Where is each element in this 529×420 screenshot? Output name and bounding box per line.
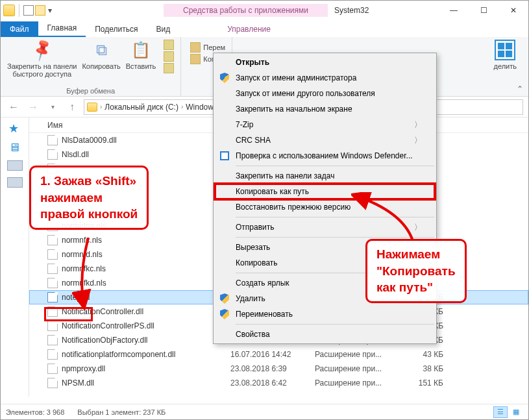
context-menu-item[interactable]: Свойства bbox=[215, 327, 435, 342]
context-menu-item[interactable]: Вырезать bbox=[215, 240, 435, 255]
context-menu-label: Удалить bbox=[236, 294, 265, 303]
window-title: System32 bbox=[334, 6, 369, 15]
paste-button[interactable]: 📋 Вставить bbox=[126, 40, 156, 78]
thispc-icon[interactable]: 🖥 bbox=[8, 141, 21, 154]
folder-icon bbox=[3, 5, 15, 16]
context-menu-item[interactable]: Запуск от имени другого пользователя bbox=[215, 86, 435, 101]
file-row[interactable]: npmproxy.dll23.08.2018 6:39Расширение пр… bbox=[29, 362, 528, 376]
move-to-button[interactable]: Перем bbox=[190, 42, 225, 53]
select-button[interactable]: делить bbox=[493, 40, 517, 70]
file-name: Nlsdl.dll bbox=[62, 150, 230, 159]
drive-icon[interactable] bbox=[7, 160, 23, 171]
file-type: Расширение при... bbox=[315, 364, 398, 373]
file-size: 38 КБ bbox=[398, 364, 443, 373]
context-menu-item[interactable]: 7-Zip〉 bbox=[215, 117, 435, 132]
file-name: NlsData0009.dll bbox=[62, 136, 230, 145]
forward-button[interactable]: → bbox=[25, 99, 41, 115]
file-size: 151 КБ bbox=[398, 378, 443, 388]
context-menu-separator bbox=[236, 324, 434, 325]
copy-button[interactable]: ⧉ Копировать bbox=[82, 40, 120, 78]
context-menu-item[interactable]: Закрепить на панели задач bbox=[215, 168, 435, 184]
details-view-button[interactable]: ☰ bbox=[493, 406, 508, 418]
file-date: 16.07.2016 14:42 bbox=[230, 350, 315, 359]
copypath-icon bbox=[164, 51, 174, 62]
context-menu-item[interactable]: Запуск от имени администратора bbox=[215, 70, 435, 86]
quickaccess-icon[interactable]: ★ bbox=[8, 121, 21, 134]
qat-newfolder-icon[interactable] bbox=[35, 5, 45, 16]
context-menu-item[interactable]: Копировать bbox=[215, 255, 435, 271]
context-menu-item[interactable]: Закрепить на начальном экране bbox=[215, 101, 435, 117]
pin-icon: 📌 bbox=[28, 36, 56, 64]
context-menu-item[interactable]: Переименовать bbox=[215, 306, 435, 322]
tab-view[interactable]: Вид bbox=[147, 21, 179, 37]
back-button[interactable]: ← bbox=[6, 99, 21, 115]
select-label: делить bbox=[493, 62, 517, 70]
context-menu-label: Свойства bbox=[236, 330, 270, 339]
breadcrumb-drive-icon bbox=[87, 103, 97, 112]
paste-label: Вставить bbox=[126, 62, 156, 70]
window-controls: — ☐ ✕ bbox=[439, 1, 528, 20]
tab-home[interactable]: Главная bbox=[38, 20, 86, 37]
context-menu-item[interactable]: Удалить bbox=[215, 291, 435, 306]
clipboard-extras bbox=[164, 40, 174, 78]
context-menu-label: Запуск от имени администратора bbox=[236, 73, 356, 82]
file-name: NotificationControllerPS.dll bbox=[62, 321, 230, 330]
file-name: notepad bbox=[62, 293, 230, 302]
breadcrumb-drive[interactable]: Локальный диск (C:) bbox=[105, 103, 178, 112]
file-row[interactable]: notificationplatformcomponent.dll16.07.2… bbox=[29, 347, 528, 362]
tab-share[interactable]: Поделиться bbox=[86, 21, 147, 37]
chevron-right-icon: 〉 bbox=[414, 222, 422, 233]
file-name: NotificationObjFactory.dll bbox=[62, 336, 230, 345]
icons-view-button[interactable]: ▦ bbox=[509, 406, 523, 418]
file-date: 23.08.2018 6:42 bbox=[230, 378, 315, 388]
cut-button[interactable] bbox=[164, 40, 174, 50]
qat-customize-icon[interactable]: ▾ bbox=[47, 6, 53, 15]
tab-manage[interactable]: Управление bbox=[218, 21, 280, 37]
file-name: normnfc.nls bbox=[62, 236, 230, 245]
file-name: NotificationController.dll bbox=[62, 307, 230, 316]
context-menu-item[interactable]: Восстановить прежнюю версию bbox=[215, 199, 435, 215]
move-label: Перем bbox=[203, 43, 225, 51]
context-menu-item[interactable]: Создать ярлык bbox=[215, 275, 435, 291]
copy-path-button[interactable] bbox=[164, 51, 174, 62]
file-icon bbox=[47, 235, 58, 245]
paste-shortcut-button[interactable] bbox=[164, 63, 174, 73]
drive-icon[interactable] bbox=[7, 177, 23, 188]
up-button[interactable]: ↑ bbox=[64, 99, 80, 115]
context-menu-label: Проверка с использованием Windows Defend… bbox=[236, 151, 413, 160]
maximize-button[interactable]: ☐ bbox=[469, 1, 498, 20]
status-selection: Выбран 1 элемент: 237 КБ bbox=[77, 408, 166, 416]
minimize-button[interactable]: — bbox=[439, 1, 469, 20]
context-menu-item[interactable]: CRC SHA〉 bbox=[215, 132, 435, 148]
file-icon bbox=[47, 349, 58, 360]
shield-icon bbox=[219, 293, 230, 304]
recent-button[interactable]: ▾ bbox=[45, 99, 60, 115]
group-clipboard-label: Буфер обмена bbox=[66, 86, 115, 95]
qat-properties-icon[interactable] bbox=[23, 5, 34, 16]
file-row[interactable]: NPSM.dll23.08.2018 6:42Расширение при...… bbox=[29, 376, 528, 390]
context-menu-label: Открыть bbox=[236, 58, 269, 67]
ribbon-collapse-icon[interactable]: ⌃ bbox=[517, 84, 523, 93]
context-menu-item[interactable]: Отправить〉 bbox=[215, 219, 435, 235]
context-menu-label: Вырезать bbox=[236, 243, 270, 252]
close-button[interactable]: ✕ bbox=[498, 1, 528, 20]
context-menu-item[interactable]: Проверка с использованием Windows Defend… bbox=[215, 148, 435, 164]
context-menu[interactable]: ОткрытьЗапуск от имени администратораЗап… bbox=[213, 53, 437, 344]
status-item-count: Элементов: 3 968 bbox=[6, 408, 64, 416]
pin-label: Закрепить на панели быстрого доступа bbox=[7, 62, 77, 78]
pin-quick-access-button[interactable]: 📌 Закрепить на панели быстрого доступа bbox=[7, 40, 77, 78]
file-name: notificationplatformcomponent.dll bbox=[62, 350, 230, 359]
quick-access-toolbar: ▾ bbox=[1, 4, 53, 17]
context-menu-label: Переименовать bbox=[236, 310, 293, 319]
column-name[interactable]: Имя bbox=[47, 121, 216, 130]
context-menu-item[interactable]: Открыть bbox=[215, 55, 435, 70]
tab-file[interactable]: Файл bbox=[1, 21, 38, 37]
navigation-pane[interactable]: ★ 🖥 bbox=[1, 117, 29, 397]
file-icon bbox=[47, 364, 58, 374]
file-type: Расширение при... bbox=[315, 350, 398, 359]
file-icon bbox=[47, 249, 58, 260]
file-name: normnfkc.nls bbox=[62, 264, 230, 273]
context-menu-item[interactable]: Копировать как путь bbox=[215, 184, 435, 199]
file-icon bbox=[47, 164, 58, 174]
file-date: 23.08.2018 6:39 bbox=[230, 364, 315, 373]
